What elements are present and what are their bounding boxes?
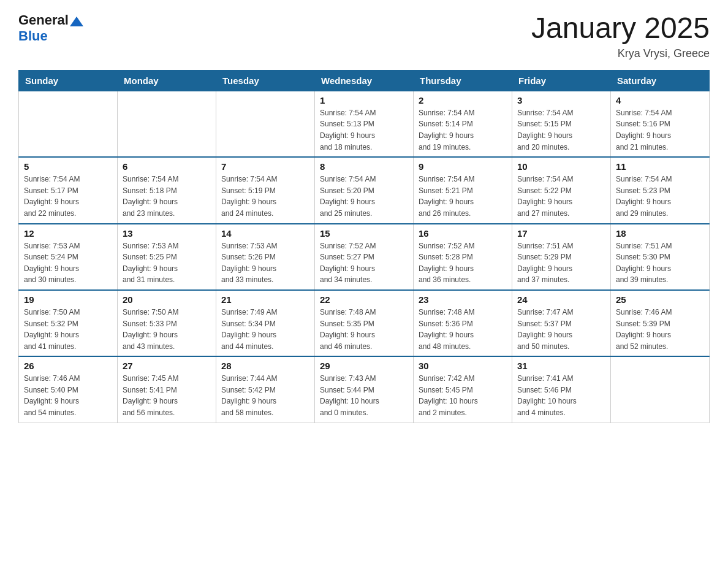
calendar-day-cell: 22Sunrise: 7:48 AM Sunset: 5:35 PM Dayli…: [315, 290, 414, 356]
day-info: Sunrise: 7:54 AM Sunset: 5:21 PM Dayligh…: [419, 174, 507, 219]
calendar-day-header: Wednesday: [315, 70, 414, 91]
calendar-week-row: 26Sunrise: 7:46 AM Sunset: 5:40 PM Dayli…: [19, 356, 710, 423]
day-info: Sunrise: 7:45 AM Sunset: 5:41 PM Dayligh…: [123, 373, 211, 418]
calendar-day-header: Tuesday: [216, 70, 315, 91]
calendar-day-header: Saturday: [611, 70, 710, 91]
day-info: Sunrise: 7:54 AM Sunset: 5:18 PM Dayligh…: [123, 174, 211, 219]
calendar-day-cell: 23Sunrise: 7:48 AM Sunset: 5:36 PM Dayli…: [414, 290, 512, 356]
day-number: 7: [221, 161, 309, 172]
day-number: 15: [320, 228, 408, 239]
day-number: 26: [24, 361, 112, 371]
calendar-day-cell: 4Sunrise: 7:54 AM Sunset: 5:16 PM Daylig…: [611, 91, 710, 157]
calendar-day-cell: 1Sunrise: 7:54 AM Sunset: 5:13 PM Daylig…: [315, 91, 414, 157]
day-number: 18: [616, 228, 704, 239]
logo-general: General: [18, 12, 69, 28]
day-info: Sunrise: 7:54 AM Sunset: 5:19 PM Dayligh…: [221, 174, 309, 219]
day-number: 28: [221, 361, 309, 371]
day-number: 4: [616, 95, 704, 105]
day-number: 27: [123, 361, 211, 371]
day-info: Sunrise: 7:47 AM Sunset: 5:37 PM Dayligh…: [517, 307, 605, 352]
day-number: 12: [24, 228, 112, 239]
calendar-day-cell: 24Sunrise: 7:47 AM Sunset: 5:37 PM Dayli…: [512, 290, 611, 356]
day-number: 16: [419, 228, 507, 239]
calendar-day-cell: 12Sunrise: 7:53 AM Sunset: 5:24 PM Dayli…: [19, 224, 118, 290]
logo: General Blue: [18, 12, 83, 44]
calendar-day-cell: 13Sunrise: 7:53 AM Sunset: 5:25 PM Dayli…: [118, 224, 216, 290]
day-number: 1: [320, 95, 408, 105]
calendar-day-cell: 14Sunrise: 7:53 AM Sunset: 5:26 PM Dayli…: [216, 224, 315, 290]
calendar-header-row: SundayMondayTuesdayWednesdayThursdayFrid…: [19, 70, 710, 91]
day-info: Sunrise: 7:54 AM Sunset: 5:20 PM Dayligh…: [320, 174, 408, 219]
day-number: 30: [419, 361, 507, 371]
day-info: Sunrise: 7:54 AM Sunset: 5:15 PM Dayligh…: [517, 107, 605, 153]
calendar-table: SundayMondayTuesdayWednesdayThursdayFrid…: [18, 70, 710, 423]
day-number: 6: [123, 161, 211, 172]
day-number: 9: [419, 161, 507, 172]
calendar-day-cell: [19, 91, 118, 157]
day-number: 23: [419, 294, 507, 305]
calendar-day-cell: 17Sunrise: 7:51 AM Sunset: 5:29 PM Dayli…: [512, 224, 611, 290]
day-number: 8: [320, 161, 408, 172]
day-number: 2: [419, 95, 507, 105]
calendar-day-cell: 8Sunrise: 7:54 AM Sunset: 5:20 PM Daylig…: [315, 157, 414, 223]
day-info: Sunrise: 7:46 AM Sunset: 5:40 PM Dayligh…: [24, 373, 112, 418]
page-header: General Blue January 2025 Krya Vrysi, Gr…: [18, 12, 710, 60]
calendar-day-cell: 9Sunrise: 7:54 AM Sunset: 5:21 PM Daylig…: [414, 157, 512, 223]
day-info: Sunrise: 7:53 AM Sunset: 5:26 PM Dayligh…: [221, 240, 309, 286]
day-info: Sunrise: 7:44 AM Sunset: 5:42 PM Dayligh…: [221, 373, 309, 418]
day-info: Sunrise: 7:52 AM Sunset: 5:28 PM Dayligh…: [419, 240, 507, 286]
calendar-day-cell: 20Sunrise: 7:50 AM Sunset: 5:33 PM Dayli…: [118, 290, 216, 356]
calendar-day-cell: 11Sunrise: 7:54 AM Sunset: 5:23 PM Dayli…: [611, 157, 710, 223]
calendar-week-row: 5Sunrise: 7:54 AM Sunset: 5:17 PM Daylig…: [19, 157, 710, 223]
day-info: Sunrise: 7:50 AM Sunset: 5:33 PM Dayligh…: [123, 307, 211, 352]
calendar-week-row: 19Sunrise: 7:50 AM Sunset: 5:32 PM Dayli…: [19, 290, 710, 356]
day-info: Sunrise: 7:53 AM Sunset: 5:24 PM Dayligh…: [24, 240, 112, 286]
day-number: 21: [221, 294, 309, 305]
calendar-day-cell: 7Sunrise: 7:54 AM Sunset: 5:19 PM Daylig…: [216, 157, 315, 223]
calendar-day-cell: [216, 91, 315, 157]
calendar-week-row: 12Sunrise: 7:53 AM Sunset: 5:24 PM Dayli…: [19, 224, 710, 290]
day-info: Sunrise: 7:54 AM Sunset: 5:16 PM Dayligh…: [616, 107, 704, 153]
day-number: 24: [517, 294, 605, 305]
day-number: 17: [517, 228, 605, 239]
calendar-day-cell: 19Sunrise: 7:50 AM Sunset: 5:32 PM Dayli…: [19, 290, 118, 356]
day-info: Sunrise: 7:53 AM Sunset: 5:25 PM Dayligh…: [123, 240, 211, 286]
calendar-day-header: Friday: [512, 70, 611, 91]
calendar-week-row: 1Sunrise: 7:54 AM Sunset: 5:13 PM Daylig…: [19, 91, 710, 157]
title-section: January 2025 Krya Vrysi, Greece: [531, 12, 710, 60]
calendar-day-cell: 16Sunrise: 7:52 AM Sunset: 5:28 PM Dayli…: [414, 224, 512, 290]
day-info: Sunrise: 7:51 AM Sunset: 5:30 PM Dayligh…: [616, 240, 704, 286]
calendar-day-cell: 5Sunrise: 7:54 AM Sunset: 5:17 PM Daylig…: [19, 157, 118, 223]
calendar-day-cell: 31Sunrise: 7:41 AM Sunset: 5:46 PM Dayli…: [512, 356, 611, 423]
logo-blue: Blue: [18, 28, 48, 44]
day-info: Sunrise: 7:46 AM Sunset: 5:39 PM Dayligh…: [616, 307, 704, 352]
calendar-day-cell: 15Sunrise: 7:52 AM Sunset: 5:27 PM Dayli…: [315, 224, 414, 290]
calendar-day-cell: 27Sunrise: 7:45 AM Sunset: 5:41 PM Dayli…: [118, 356, 216, 423]
day-info: Sunrise: 7:54 AM Sunset: 5:22 PM Dayligh…: [517, 174, 605, 219]
day-info: Sunrise: 7:48 AM Sunset: 5:35 PM Dayligh…: [320, 307, 408, 352]
day-info: Sunrise: 7:51 AM Sunset: 5:29 PM Dayligh…: [517, 240, 605, 286]
calendar-day-cell: 30Sunrise: 7:42 AM Sunset: 5:45 PM Dayli…: [414, 356, 512, 423]
day-number: 14: [221, 228, 309, 239]
calendar-title: January 2025: [531, 12, 710, 45]
day-number: 13: [123, 228, 211, 239]
calendar-day-cell: 2Sunrise: 7:54 AM Sunset: 5:14 PM Daylig…: [414, 91, 512, 157]
day-info: Sunrise: 7:50 AM Sunset: 5:32 PM Dayligh…: [24, 307, 112, 352]
day-number: 3: [517, 95, 605, 105]
day-number: 31: [517, 361, 605, 371]
day-number: 20: [123, 294, 211, 305]
day-number: 29: [320, 361, 408, 371]
calendar-day-cell: 29Sunrise: 7:43 AM Sunset: 5:44 PM Dayli…: [315, 356, 414, 423]
day-number: 11: [616, 161, 704, 172]
logo-triangle-icon: [70, 14, 83, 28]
day-number: 5: [24, 161, 112, 172]
day-info: Sunrise: 7:43 AM Sunset: 5:44 PM Dayligh…: [320, 373, 408, 418]
day-info: Sunrise: 7:54 AM Sunset: 5:14 PM Dayligh…: [419, 107, 507, 153]
calendar-day-cell: 10Sunrise: 7:54 AM Sunset: 5:22 PM Dayli…: [512, 157, 611, 223]
day-info: Sunrise: 7:52 AM Sunset: 5:27 PM Dayligh…: [320, 240, 408, 286]
day-number: 25: [616, 294, 704, 305]
day-info: Sunrise: 7:54 AM Sunset: 5:23 PM Dayligh…: [616, 174, 704, 219]
calendar-day-cell: 21Sunrise: 7:49 AM Sunset: 5:34 PM Dayli…: [216, 290, 315, 356]
calendar-day-cell: [611, 356, 710, 423]
calendar-subtitle: Krya Vrysi, Greece: [531, 47, 710, 60]
